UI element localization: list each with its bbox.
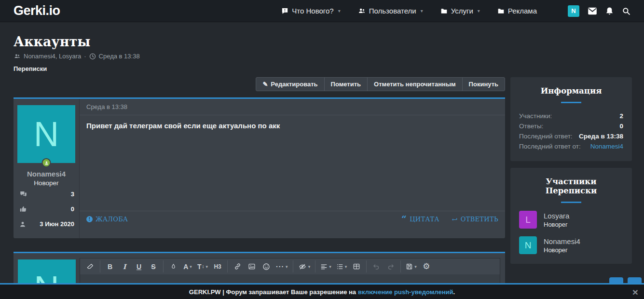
bell-icon[interactable] [605,7,614,15]
font-family-button[interactable]: A ▾ [180,260,195,273]
nav-label: Что Нового? [292,7,333,15]
chevron-down-icon: ▾ [190,264,192,269]
thread-timestamp: Среда в 13:38 [99,53,140,60]
bold-button[interactable]: B [103,260,117,273]
online-status-icon [42,158,51,167]
message-text: Привет дай телеграм свой если еще актуал… [80,115,505,211]
info-row-last-reply: Последний ответ: Среда в 13:38 [519,131,623,141]
chevron-down-icon: ▾ [338,8,341,14]
spoiler-button[interactable]: ▾ [296,260,313,273]
users-icon [358,7,366,14]
member-item: L Losyara Новорег [519,211,623,229]
site-logo[interactable]: Gerki.io [14,3,60,18]
message-header: Среда в 13:38 [80,99,505,115]
insert-image-button[interactable] [245,260,259,273]
edit-button-label: Редактировать [271,81,317,88]
more-dots-icon: ··· [276,263,284,271]
joined-date: 3 Июн 2020 [40,220,74,228]
messages-stat-row: 3 [14,187,79,202]
report-label: ЖАЛОБА [96,216,128,223]
title-underline [561,202,581,203]
nav-whats-new[interactable]: Что Нового? ▾ [281,7,340,15]
chevron-down-icon: ▾ [414,264,417,269]
insert-link-button[interactable] [230,260,245,273]
nav-label: Реклама [508,7,537,15]
thread-main-column: ✎ Редактировать Пометить Отметить непроч… [14,77,505,299]
speech-bubble-icon [281,7,288,14]
participants-icon [14,53,21,59]
italic-button[interactable]: I [117,260,132,273]
right-sidebar: Информация Участники: 2 Ответы: 0 Послед… [510,77,632,271]
mark-button[interactable]: Пометить [324,77,368,91]
scroll-up-button[interactable] [609,277,623,283]
undo-button[interactable] [369,260,384,273]
heading-button[interactable]: H3 [210,260,225,273]
drafts-button[interactable]: ▾ [403,260,419,273]
leave-button-label: Покинуть [469,81,498,88]
leave-button[interactable]: Покинуть [462,77,505,91]
reply-label: ОТВЕТИТЬ [461,216,498,223]
strikethrough-button[interactable]: S [146,260,161,273]
member-name[interactable]: Losyara [544,212,569,220]
mark-unread-button[interactable]: Отметить непрочитанным [367,77,463,91]
scroll-buttons [609,277,642,283]
underline-button[interactable]: U [132,260,146,273]
chevron-down-icon: ▾ [308,264,311,269]
alignment-button[interactable]: ▾ [318,260,334,273]
nav-label: Услуги [451,7,473,15]
more-options-button[interactable]: ··· ▾ [274,260,290,273]
reply-link[interactable]: ↩ ОТВЕТИТЬ [452,216,498,223]
updown-icon: ↕ [202,264,205,269]
remove-format-button[interactable] [83,260,97,273]
nav-users[interactable]: Пользователи ▾ [358,7,423,15]
search-icon[interactable] [622,7,630,15]
list-button[interactable]: ▾ [334,260,350,273]
author-name[interactable]: Nonamesi4 [14,170,79,178]
info-label: Последний ответ от: [519,143,581,150]
participants-names[interactable]: Nonamesi4, Losyara [24,53,81,60]
member-user-title: Новорег [544,246,580,254]
user-avatar[interactable]: N [568,5,579,17]
text-color-button[interactable] [166,260,180,273]
redo-button[interactable] [384,260,398,273]
reply-arrow-icon: ↩ [452,217,458,222]
info-value: Среда в 13:38 [579,133,623,140]
font-size-button[interactable]: T ↕ ▾ [195,260,210,273]
scroll-down-button[interactable] [628,277,642,283]
message-author-panel: N Nonamesi4 Новорег 3 [14,99,80,238]
edit-button[interactable]: ✎ Редактировать [256,77,324,91]
chevron-down-icon: ▾ [478,8,480,14]
author-avatar[interactable]: N [17,105,75,163]
meta-separator: · [84,53,86,60]
smilies-button[interactable] [259,260,274,273]
thread-meta: Nonamesi4, Losyara · Среда в 13:38 [14,53,632,60]
member-avatar[interactable]: L [519,211,537,229]
quote-link[interactable]: “ ЦИТАТА [401,216,439,223]
enable-push-link[interactable]: включение push-уведомлений [358,288,453,296]
breadcrumb[interactable]: Переписки [14,65,632,72]
close-icon[interactable]: × [632,287,638,297]
report-link[interactable]: ! ЖАЛОБА [86,216,128,223]
member-item: N Nonamesi4 Новорег [519,236,623,254]
members-block: Участники Переписки L Losyara Новорег N … [510,168,632,264]
push-bar-text: GERKI.PW | Форум запрашивает Ваше разреш… [189,288,356,296]
info-value: 0 [619,122,623,130]
message-card: N Nonamesi4 Новорег 3 [14,97,505,238]
author-user-title: Новорег [14,179,79,187]
editor-settings-button[interactable]: ⚙ [419,260,434,273]
message-timestamp[interactable]: Среда в 13:38 [86,103,127,110]
inbox-icon[interactable] [588,7,597,15]
nav-label: Пользователи [369,7,416,15]
chevron-down-icon: ▾ [345,264,347,269]
person-icon [19,221,26,228]
insert-table-button[interactable] [349,260,364,273]
main-nav: Что Нового? ▾ Пользователи ▾ Услуги ▾ Ре… [281,7,537,15]
last-reply-author-link[interactable]: Nonamesi4 [590,143,623,150]
nav-services[interactable]: Услуги ▾ [440,7,480,15]
member-avatar[interactable]: N [519,236,537,254]
report-icon: ! [86,216,93,222]
nav-ads[interactable]: Реклама [497,7,537,15]
member-name[interactable]: Nonamesi4 [544,237,580,245]
editor-toolbar: B I U S A ▾ T ↕ [80,258,500,274]
info-label: Участники: [519,112,552,120]
